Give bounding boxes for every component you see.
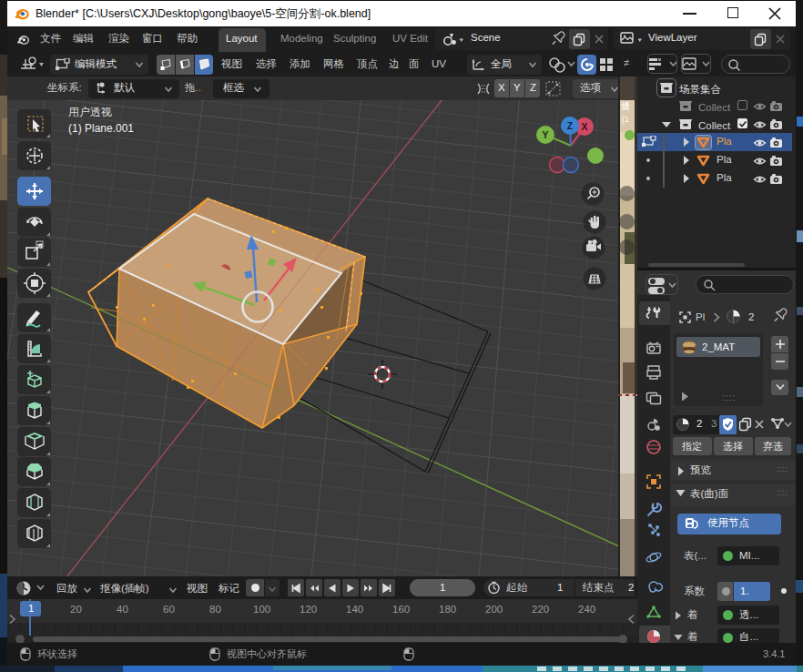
svg-text:X: X	[581, 121, 587, 132]
svg-text:(1) Plane.001: (1) Plane.001	[68, 122, 134, 135]
svg-text:Y: Y	[542, 129, 548, 140]
svg-text:用户透视: 用户透视	[68, 106, 112, 118]
svg-text:Z: Z	[567, 120, 574, 131]
